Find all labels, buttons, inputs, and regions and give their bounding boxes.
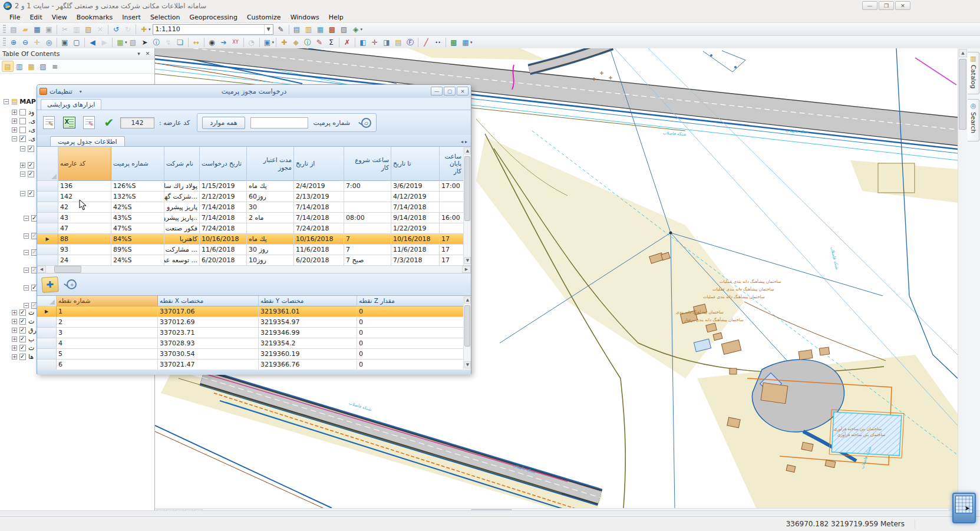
grid-corner-cell[interactable] bbox=[37, 296, 57, 306]
table-cell[interactable]: 10/16/2018 bbox=[200, 234, 247, 245]
permit-scroll-right-icon[interactable]: ▶ bbox=[462, 266, 471, 273]
table-row[interactable]: 4747%Sفکور صنعت تهران7/24/20187/24/20181… bbox=[37, 223, 471, 234]
toolbar-overflow-icon[interactable]: ▾ bbox=[361, 27, 363, 32]
row-selector-cell[interactable] bbox=[37, 223, 58, 234]
table-cell[interactable]: 3219346.99 bbox=[259, 328, 357, 338]
pin-icon[interactable]: ▾ bbox=[134, 50, 143, 58]
column-header[interactable]: کد عارضه bbox=[58, 147, 111, 181]
grid-scroll-up-icon[interactable]: ▲ bbox=[464, 296, 471, 304]
endpoints-icon[interactable]: ∙∙ bbox=[433, 37, 444, 48]
table-cell[interactable]: 1/15/2019 bbox=[200, 181, 247, 192]
table-row[interactable]: ▶1337017.063219361.010 bbox=[37, 306, 471, 317]
toc-layer-item[interactable]: − bbox=[20, 144, 37, 153]
expand-icon[interactable]: + bbox=[12, 127, 17, 133]
table-cell[interactable]: 60روز bbox=[247, 192, 294, 202]
collapse-icon[interactable]: − bbox=[4, 99, 9, 104]
table-cell[interactable]: 17:00 bbox=[440, 181, 464, 192]
list-by-selection-icon[interactable]: ▧ bbox=[37, 61, 49, 72]
table-row[interactable]: 3337023.713219346.990 bbox=[37, 328, 471, 338]
table-cell[interactable]: 84%S bbox=[111, 234, 164, 245]
table-cell[interactable]: 89%S bbox=[111, 245, 164, 255]
row-selector-cell[interactable] bbox=[37, 245, 58, 255]
table-cell[interactable]: 3219360.19 bbox=[259, 349, 357, 360]
toc-layer-item[interactable]: +ود bbox=[12, 108, 34, 116]
permit-hscroll-thumb[interactable] bbox=[54, 266, 81, 273]
table-cell[interactable]: 136 bbox=[58, 181, 111, 192]
table-cell[interactable]: 7/14/2018 bbox=[200, 213, 247, 223]
copy-icon[interactable]: ▥ bbox=[71, 24, 83, 35]
menu-edit[interactable]: Edit bbox=[25, 12, 47, 22]
tab-editing-tools[interactable]: ابزارهای ویرایشی bbox=[41, 99, 101, 110]
toolbar-overflow-icon[interactable]: ▾ bbox=[470, 40, 473, 45]
dialog-title-bar[interactable]: درخواست مجوز پرمیت تنظیمات ▾ — ▢ ✕ bbox=[37, 85, 471, 98]
table-cell[interactable]: 6/20/2018 bbox=[200, 255, 247, 265]
table-cell[interactable]: 0 bbox=[357, 349, 464, 360]
edit-record-icon[interactable]: ✎ bbox=[80, 115, 98, 131]
table-cell[interactable]: 47%S bbox=[111, 223, 164, 234]
toc-layer-item[interactable]: − bbox=[20, 189, 37, 197]
image-panel-icon[interactable]: ▩ bbox=[448, 37, 460, 48]
layer-visibility-checkbox[interactable] bbox=[19, 354, 26, 360]
table-cell[interactable]: 337012.69 bbox=[158, 317, 259, 328]
expand-icon[interactable]: + bbox=[12, 354, 17, 360]
expand-icon[interactable]: + bbox=[12, 310, 17, 315]
full-extent-icon[interactable]: ◎ bbox=[44, 37, 55, 48]
table-cell[interactable]: 30 bbox=[247, 202, 294, 213]
list-by-visibility-icon[interactable]: ▦ bbox=[25, 61, 37, 72]
save-icon[interactable]: ▦ bbox=[32, 24, 43, 35]
toolbar-overflow-icon[interactable]: ▾ bbox=[272, 40, 275, 45]
table-cell[interactable]: 10روز bbox=[247, 255, 294, 265]
grid-scroll-up-icon[interactable]: ▲ bbox=[464, 147, 471, 154]
hyperlink-icon[interactable]: ↯ bbox=[163, 37, 174, 48]
permit-number-input[interactable] bbox=[250, 117, 308, 128]
shapefile-icon[interactable]: ◆ bbox=[291, 37, 302, 48]
open-folder-icon[interactable]: ▰ bbox=[20, 24, 31, 35]
table-row[interactable]: 136126%Sپولاد راك سازه1/15/2019يك ماه2/4… bbox=[37, 181, 471, 192]
table-cell[interactable]: 42%S bbox=[111, 202, 164, 213]
expand-icon[interactable]: + bbox=[12, 345, 17, 351]
expand-icon[interactable]: + bbox=[12, 337, 17, 342]
row-selector-cell[interactable] bbox=[37, 317, 57, 328]
toolbox-window-icon[interactable]: ▩ bbox=[326, 24, 338, 35]
permit-table-hscrollbar[interactable]: ◀ ▶ bbox=[37, 265, 471, 273]
layer-visibility-checkbox[interactable] bbox=[19, 127, 26, 133]
table-cell[interactable]: 10/16/2018 bbox=[391, 234, 440, 245]
minimize-button[interactable]: — bbox=[862, 1, 877, 10]
table-cell[interactable] bbox=[247, 223, 294, 234]
toc-layer-item[interactable]: +ت bbox=[12, 308, 34, 316]
expand-icon[interactable]: + bbox=[12, 118, 17, 124]
layer-visibility-checkbox[interactable] bbox=[28, 171, 34, 177]
table-cell[interactable]: 0 bbox=[357, 360, 464, 370]
table-cell[interactable]: 42 bbox=[58, 202, 111, 213]
layer-visibility-checkbox[interactable] bbox=[19, 336, 26, 342]
column-header[interactable]: مدت اعتبار مجوز bbox=[247, 147, 294, 181]
table-cell[interactable]: 3219354.97 bbox=[259, 317, 357, 328]
collapse-icon[interactable]: − bbox=[24, 303, 29, 308]
scroll-up-icon[interactable]: ▲ bbox=[959, 49, 967, 57]
settings-label[interactable]: تنظیمات bbox=[50, 88, 72, 95]
table-cell[interactable]: ..پاریز پیشرو صنع bbox=[164, 213, 200, 223]
table-cell[interactable]: 2/4/2019 bbox=[294, 181, 344, 192]
settings-grid-icon[interactable] bbox=[39, 88, 47, 95]
table-cell[interactable]: 337021.47 bbox=[158, 360, 259, 370]
column-header[interactable]: ساعت پایان کار bbox=[440, 147, 464, 181]
toc-layer-item[interactable]: +ت bbox=[12, 317, 34, 325]
dialog-close-button[interactable]: ✕ bbox=[457, 87, 468, 95]
table-cell[interactable]: 337017.06 bbox=[158, 306, 259, 317]
table-cell[interactable]: يك ماه bbox=[247, 181, 294, 192]
table-cell[interactable]: 16:00 bbox=[440, 213, 464, 223]
layer-visibility-checkbox[interactable] bbox=[19, 318, 26, 325]
dialog-minimize-button[interactable]: — bbox=[431, 87, 443, 95]
search-window-icon[interactable]: ▦ bbox=[315, 24, 326, 35]
zoom-out-icon[interactable]: ⊖ bbox=[20, 37, 31, 48]
pan-icon[interactable]: ✛ bbox=[32, 37, 43, 48]
statistics-icon[interactable]: Σ bbox=[326, 37, 337, 48]
undo-icon[interactable]: ↺ bbox=[111, 24, 122, 35]
collapse-icon[interactable]: − bbox=[20, 191, 25, 196]
column-header[interactable]: مختصات Y نقطه bbox=[259, 296, 357, 306]
f-tool-icon[interactable]: Ⓕ bbox=[405, 37, 416, 48]
table-cell[interactable]: 47 bbox=[58, 223, 111, 234]
table-cell[interactable]: 3219354.2 bbox=[259, 338, 357, 349]
viewer-window-icon[interactable]: ▣ bbox=[262, 37, 273, 48]
table-cell[interactable]: 2 ماه bbox=[247, 213, 294, 223]
